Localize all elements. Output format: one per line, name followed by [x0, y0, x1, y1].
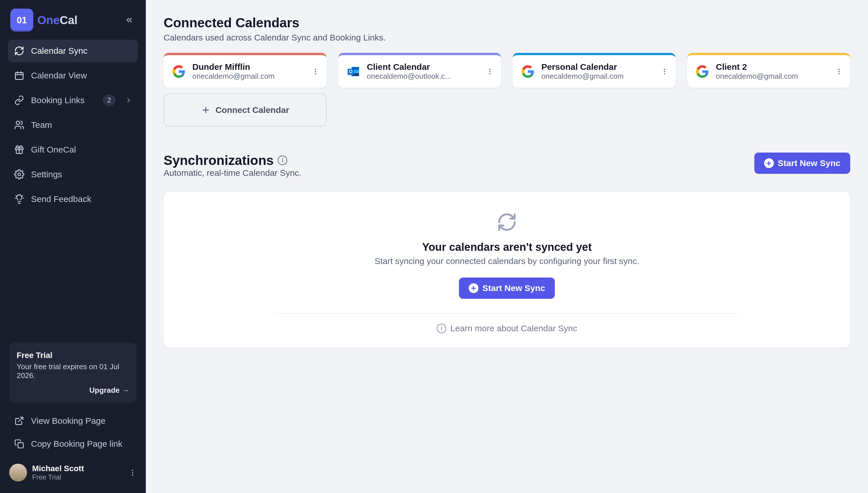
- svg-point-8: [132, 474, 134, 476]
- connected-calendars-subtitle: Calendars used across Calendar Sync and …: [164, 33, 850, 43]
- users-icon: [14, 120, 25, 130]
- copy-icon: [14, 438, 25, 449]
- chevrons-left-icon: [125, 16, 134, 24]
- info-icon: i: [437, 323, 446, 333]
- calendar-card: Personal Calendar onecaldemo@gmail.com: [513, 53, 676, 88]
- link-label: Copy Booking Page link: [31, 439, 122, 449]
- calendar-card: O Client Calendar onecaldemo@outlook.c..…: [338, 53, 501, 88]
- sync-icon: [14, 45, 25, 56]
- calendar-card-menu[interactable]: [486, 68, 494, 75]
- svg-point-3: [18, 173, 21, 176]
- svg-text:O: O: [349, 69, 352, 74]
- brand-name: OneCal: [37, 14, 77, 27]
- more-vertical-icon: [129, 469, 137, 477]
- nav-label: Team: [31, 120, 52, 130]
- nav-label: Calendar View: [31, 71, 87, 81]
- brand-logo-icon: 01: [10, 8, 33, 31]
- svg-point-19: [489, 73, 490, 74]
- synchronizations-subtitle: Automatic, real-time Calendar Sync.: [164, 168, 301, 178]
- user-name: Michael Scott: [32, 464, 84, 473]
- svg-point-24: [839, 71, 840, 72]
- nav-label: Gift OneCal: [31, 145, 76, 154]
- external-link-icon: [14, 415, 25, 426]
- lightbulb-icon: [14, 194, 25, 205]
- google-icon: [171, 64, 187, 79]
- svg-rect-0: [16, 73, 23, 80]
- divider: [275, 313, 739, 314]
- copy-booking-page-link[interactable]: Copy Booking Page link: [8, 433, 138, 455]
- svg-point-18: [489, 71, 490, 72]
- nav-label: Calendar Sync: [31, 46, 88, 56]
- upgrade-link[interactable]: Upgrade →: [17, 386, 129, 395]
- svg-point-6: [132, 470, 134, 471]
- primary-nav: Calendar Sync Calendar View Booking Link…: [0, 40, 146, 210]
- booking-links-count-badge: 2: [103, 95, 115, 106]
- svg-point-21: [664, 71, 665, 72]
- link-icon: [14, 95, 25, 106]
- sync-icon: [497, 212, 517, 232]
- google-icon: [694, 64, 710, 79]
- user-row: Michael Scott Free Trial: [0, 458, 146, 485]
- empty-state-subtitle: Start syncing your connected calendars b…: [374, 256, 639, 266]
- start-new-sync-button[interactable]: + Start New Sync: [754, 153, 850, 174]
- calendar-icon: [14, 70, 25, 81]
- empty-start-new-sync-button[interactable]: + Start New Sync: [459, 278, 555, 299]
- calendar-name: Client 2: [716, 62, 798, 72]
- more-vertical-icon: [661, 68, 668, 75]
- view-booking-page-link[interactable]: View Booking Page: [8, 410, 138, 432]
- nav-booking-links[interactable]: Booking Links 2: [8, 89, 138, 111]
- nav-settings[interactable]: Settings: [8, 163, 138, 186]
- main-content: Connected Calendars Calendars used acros…: [146, 0, 868, 493]
- svg-line-4: [18, 417, 23, 422]
- calendar-cards-grid: Dunder Mifflin onecaldemo@gmail.com O Cl…: [164, 53, 850, 88]
- svg-point-20: [664, 69, 665, 70]
- calendar-card-menu[interactable]: [835, 68, 843, 75]
- avatar[interactable]: [9, 464, 27, 481]
- brand[interactable]: 01 OneCal: [10, 8, 77, 31]
- sidebar: 01 OneCal Calendar Sync Calendar View: [0, 0, 146, 493]
- svg-rect-5: [18, 443, 23, 448]
- gift-icon: [14, 144, 25, 155]
- connect-calendar-label: Connect Calendar: [215, 105, 289, 115]
- connected-calendars-title: Connected Calendars: [164, 15, 850, 30]
- svg-point-7: [132, 472, 134, 473]
- nav-label: Send Feedback: [31, 194, 91, 204]
- svg-point-9: [315, 69, 316, 70]
- nav-team[interactable]: Team: [8, 114, 138, 136]
- svg-point-17: [489, 69, 490, 70]
- calendar-card: Client 2 onecaldemo@gmail.com: [687, 53, 850, 88]
- more-vertical-icon: [835, 68, 843, 75]
- empty-sync-card: Your calendars aren't synced yet Start s…: [164, 192, 850, 348]
- user-menu-button[interactable]: [129, 469, 137, 477]
- calendar-card-menu[interactable]: [312, 68, 319, 75]
- nav-calendar-sync[interactable]: Calendar Sync: [8, 40, 138, 62]
- calendar-email: onecaldemo@gmail.com: [541, 72, 624, 81]
- svg-point-25: [839, 73, 840, 74]
- nav-gift[interactable]: Gift OneCal: [8, 138, 138, 161]
- chevron-right-icon: [125, 97, 132, 104]
- calendar-name: Personal Calendar: [541, 62, 624, 72]
- more-vertical-icon: [312, 68, 319, 75]
- learn-more-link[interactable]: i Learn more about Calendar Sync: [437, 323, 577, 333]
- learn-more-label: Learn more about Calendar Sync: [450, 323, 577, 333]
- gear-icon: [14, 169, 25, 180]
- outlook-icon: O: [346, 64, 361, 79]
- calendar-email: onecaldemo@gmail.com: [192, 72, 275, 81]
- plus-circle-icon: +: [469, 283, 479, 293]
- calendar-name: Dunder Mifflin: [192, 62, 275, 72]
- svg-point-23: [839, 69, 840, 70]
- trial-card: Free Trial Your free trial expires on 01…: [9, 343, 137, 403]
- trial-body: Your free trial expires on 01 Jul 2026.: [17, 362, 129, 380]
- nav-feedback[interactable]: Send Feedback: [8, 188, 138, 210]
- connect-calendar-button[interactable]: Connect Calendar: [164, 93, 327, 127]
- nav-calendar-view[interactable]: Calendar View: [8, 64, 138, 87]
- calendar-card-menu[interactable]: [661, 68, 668, 75]
- calendar-card: Dunder Mifflin onecaldemo@gmail.com: [164, 53, 327, 88]
- calendar-email: onecaldemo@gmail.com: [716, 72, 798, 81]
- svg-point-11: [315, 73, 316, 74]
- trial-title: Free Trial: [17, 351, 129, 360]
- google-icon: [520, 64, 535, 79]
- collapse-sidebar-button[interactable]: [123, 14, 136, 26]
- info-icon[interactable]: i: [278, 155, 287, 165]
- calendar-name: Client Calendar: [367, 62, 451, 72]
